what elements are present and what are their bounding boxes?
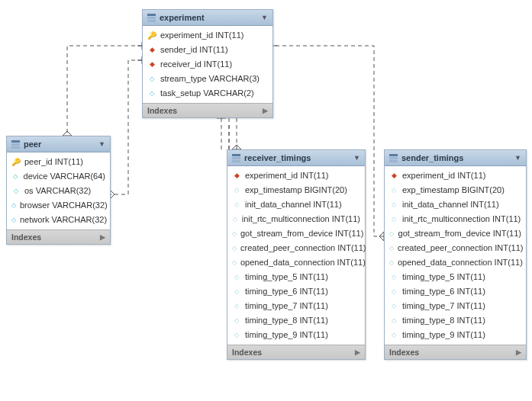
svg-rect-1 xyxy=(147,17,156,19)
column-row[interactable]: ◇timing_type_6 INT(11) xyxy=(385,284,526,299)
column-label: sender_id INT(11) xyxy=(160,44,228,56)
entity-sender-timings[interactable]: sender_timings ▼ ◆experiment_id INT(11) … xyxy=(384,149,527,360)
column-label: timing_type_8 INT(11) xyxy=(402,315,485,326)
column-list: 🔑peer_id INT(11) ◇device VARCHAR(64) ◇os… xyxy=(7,152,110,229)
entity-title: sender_timings xyxy=(401,153,514,162)
column-row[interactable]: ◇device VARCHAR(64) xyxy=(7,169,110,184)
svg-rect-2 xyxy=(147,20,156,22)
column-row[interactable]: ◇created_peer_connection INT(11) xyxy=(385,241,526,255)
entity-header[interactable]: experiment ▼ xyxy=(143,10,272,26)
indexes-section[interactable]: Indexes ▶ xyxy=(385,345,526,359)
svg-rect-9 xyxy=(389,154,398,156)
column-row[interactable]: ◆sender_id INT(11) xyxy=(143,43,272,57)
entity-header[interactable]: peer ▼ xyxy=(7,136,110,152)
foreign-key-icon: ◆ xyxy=(147,46,156,55)
collapse-icon[interactable]: ▼ xyxy=(98,140,105,148)
column-row[interactable]: ◇timing_type_5 INT(11) xyxy=(227,270,365,284)
column-icon: ◇ xyxy=(389,316,398,326)
entity-peer[interactable]: peer ▼ 🔑peer_id INT(11) ◇device VARCHAR(… xyxy=(6,136,111,245)
column-list: 🔑experiment_id INT(11) ◆sender_id INT(11… xyxy=(143,26,272,103)
indexes-section[interactable]: Indexes ▶ xyxy=(227,345,365,359)
column-icon: ◇ xyxy=(232,186,241,195)
primary-key-icon: 🔑 xyxy=(11,158,21,167)
column-row[interactable]: ◇init_rtc_multiconnection INT(11) xyxy=(385,212,526,226)
table-icon xyxy=(232,154,240,162)
column-row[interactable]: ◇got_stream_from_device INT(11) xyxy=(385,226,526,241)
column-icon: ◇ xyxy=(232,273,241,282)
column-row[interactable]: ◇exp_timestamp BIGINT(20) xyxy=(227,183,365,197)
column-row[interactable]: ◆experiment_id INT(11) xyxy=(385,168,526,183)
column-row[interactable]: ◇exp_timestamp BIGINT(20) xyxy=(385,183,526,197)
column-label: receiver_id INT(11) xyxy=(160,59,232,70)
table-icon xyxy=(147,14,156,22)
collapse-icon[interactable]: ▼ xyxy=(514,154,521,162)
column-row[interactable]: ◇timing_type_9 INT(11) xyxy=(227,328,365,342)
column-row[interactable]: ◆receiver_id INT(11) xyxy=(143,57,272,72)
column-icon: ◇ xyxy=(389,229,395,239)
column-label: created_peer_connection INT(11) xyxy=(398,242,523,254)
column-row[interactable]: ◇os VARCHAR(32) xyxy=(7,184,110,198)
column-row[interactable]: ◇init_data_channel INT(11) xyxy=(227,197,365,212)
column-icon: ◇ xyxy=(11,172,20,181)
column-row[interactable]: ◇timing_type_9 INT(11) xyxy=(385,328,526,342)
entity-experiment[interactable]: experiment ▼ 🔑experiment_id INT(11) ◆sen… xyxy=(142,9,273,118)
column-row[interactable]: ◇opened_data_connection INT(11) xyxy=(385,255,526,270)
indexes-label: Indexes xyxy=(147,106,177,115)
column-row[interactable]: ◇timing_type_5 INT(11) xyxy=(385,270,526,284)
column-icon: ◇ xyxy=(389,200,398,210)
entity-header[interactable]: receiver_timings ▼ xyxy=(227,150,365,166)
column-icon: ◇ xyxy=(11,216,16,225)
column-row[interactable]: 🔑peer_id INT(11) xyxy=(7,155,110,169)
column-label: created_peer_connection INT(11) xyxy=(240,242,366,254)
column-label: timing_type_9 INT(11) xyxy=(402,329,485,341)
column-icon: ◇ xyxy=(389,331,398,340)
column-label: experiment_id INT(11) xyxy=(402,170,485,181)
column-label: peer_id INT(11) xyxy=(24,156,83,168)
column-label: timing_type_7 INT(11) xyxy=(402,300,485,312)
indexes-label: Indexes xyxy=(11,233,41,242)
column-row[interactable]: ◇task_setup VARCHAR(2) xyxy=(143,86,272,101)
column-row[interactable]: ◇browser VARCHAR(32) xyxy=(7,198,110,213)
column-row[interactable]: 🔑experiment_id INT(11) xyxy=(143,28,272,43)
column-row[interactable]: ◇init_data_channel INT(11) xyxy=(385,197,526,212)
column-row[interactable]: ◇timing_type_7 INT(11) xyxy=(227,299,365,313)
entity-receiver-timings[interactable]: receiver_timings ▼ ◆experiment_id INT(11… xyxy=(227,149,366,360)
column-icon: ◇ xyxy=(389,215,398,224)
column-icon: ◇ xyxy=(232,287,241,297)
column-label: exp_timestamp BIGINT(20) xyxy=(402,184,505,196)
column-row[interactable]: ◇timing_type_7 INT(11) xyxy=(385,299,526,313)
column-icon: ◇ xyxy=(232,302,241,311)
expand-icon: ▶ xyxy=(355,348,360,356)
column-row[interactable]: ◇network VARCHAR(32) xyxy=(7,213,110,227)
primary-key-icon: 🔑 xyxy=(147,31,156,40)
column-label: browser VARCHAR(32) xyxy=(20,200,108,211)
collapse-icon[interactable]: ▼ xyxy=(261,14,268,21)
collapse-icon[interactable]: ▼ xyxy=(353,154,360,162)
column-row[interactable]: ◇timing_type_8 INT(11) xyxy=(385,313,526,328)
column-label: exp_timestamp BIGINT(20) xyxy=(245,184,347,196)
column-icon: ◇ xyxy=(11,187,21,196)
column-label: task_setup VARCHAR(2) xyxy=(160,88,254,99)
column-label: init_rtc_multiconnection INT(11) xyxy=(402,213,521,225)
column-label: timing_type_5 INT(11) xyxy=(402,271,485,283)
expand-icon: ▶ xyxy=(263,107,268,114)
indexes-label: Indexes xyxy=(232,348,262,357)
column-row[interactable]: ◇opened_data_connection INT(11) xyxy=(227,255,365,270)
indexes-section[interactable]: Indexes ▶ xyxy=(143,103,272,117)
column-icon: ◇ xyxy=(389,302,398,311)
column-row[interactable]: ◇init_rtc_multiconnection INT(11) xyxy=(227,212,365,226)
column-row[interactable]: ◇created_peer_connection INT(11) xyxy=(227,241,365,255)
entity-title: peer xyxy=(24,140,98,149)
column-row[interactable]: ◇timing_type_6 INT(11) xyxy=(227,284,365,299)
column-icon: ◇ xyxy=(232,215,238,224)
column-icon: ◇ xyxy=(232,316,241,326)
column-row[interactable]: ◇timing_type_8 INT(11) xyxy=(227,313,365,328)
entity-header[interactable]: sender_timings ▼ xyxy=(385,150,526,166)
column-label: init_data_channel INT(11) xyxy=(402,199,499,210)
column-row[interactable]: ◇got_stream_from_device INT(11) xyxy=(227,226,365,241)
column-label: timing_type_7 INT(11) xyxy=(245,300,328,312)
column-row[interactable]: ◆experiment_id INT(11) xyxy=(227,168,365,183)
column-row[interactable]: ◇stream_type VARCHAR(3) xyxy=(143,72,272,86)
foreign-key-icon: ◆ xyxy=(232,172,241,181)
indexes-section[interactable]: Indexes ▶ xyxy=(7,229,110,244)
